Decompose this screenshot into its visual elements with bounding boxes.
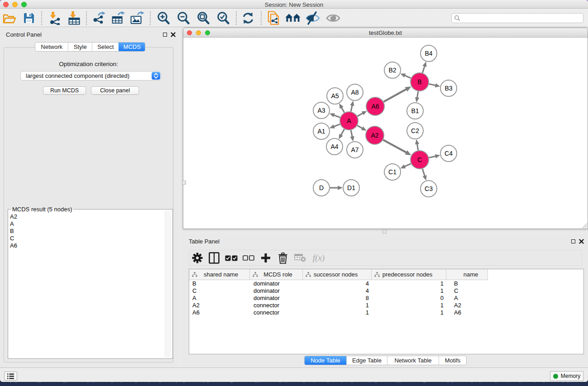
float-panel-icon[interactable] xyxy=(163,33,167,37)
graph-edge-B-B1[interactable] xyxy=(417,91,418,98)
graph-node-A6[interactable]: A6 xyxy=(366,97,384,115)
table-cell-shared-name[interactable]: A2 xyxy=(189,302,250,309)
table-cell-predecessor-nodes[interactable]: 1 xyxy=(372,309,446,316)
table-cell-successor-nodes[interactable]: 1 xyxy=(303,302,372,309)
clone-network-button[interactable] xyxy=(266,10,281,26)
table-cell-successor-nodes[interactable]: 1 xyxy=(303,309,372,316)
delete-table-button[interactable] xyxy=(292,250,308,266)
mcds-result-item[interactable]: A xyxy=(10,220,17,228)
split-panel-button[interactable] xyxy=(206,250,222,266)
apply-layout-button[interactable] xyxy=(240,10,256,26)
table-cell-name[interactable]: A xyxy=(446,295,488,302)
table-row[interactable]: A6connector11A6 xyxy=(189,309,583,316)
graph-node-C3[interactable]: C3 xyxy=(421,181,437,197)
table-cell-name[interactable]: B xyxy=(446,280,488,287)
tab-style[interactable]: Style xyxy=(68,43,92,51)
zoom-fit-button[interactable] xyxy=(196,10,211,26)
mcds-result-item[interactable]: B xyxy=(10,228,17,235)
graph-node-A5[interactable]: A5 xyxy=(327,88,343,104)
split-handle[interactable] xyxy=(182,181,186,185)
graph-node-B[interactable]: B xyxy=(411,73,429,91)
table-cell-name[interactable]: C xyxy=(446,287,488,295)
graph-edge-A-A3[interactable] xyxy=(334,115,340,117)
close-panel-icon[interactable] xyxy=(579,239,584,244)
table-cell-name[interactable]: A2 xyxy=(446,302,488,309)
table-cell-mcds-role[interactable]: dominator xyxy=(250,280,303,287)
graph-node-A[interactable]: A xyxy=(340,112,358,130)
graph-node-A3[interactable]: A3 xyxy=(313,102,330,119)
function-builder-button[interactable]: f(x) xyxy=(311,250,326,266)
table-cell-mcds-role[interactable]: dominator xyxy=(250,287,303,295)
table-cell-name[interactable]: A6 xyxy=(446,309,488,316)
table-cell-shared-name[interactable]: A xyxy=(189,295,250,302)
save-session-button[interactable] xyxy=(21,10,37,26)
table-cell-predecessor-nodes[interactable]: 0 xyxy=(372,295,446,302)
graph-node-C2[interactable]: C2 xyxy=(407,123,423,139)
graph-node-A7[interactable]: A7 xyxy=(347,142,363,158)
tab-node-table[interactable]: Node Table xyxy=(305,356,346,365)
graph-node-B1[interactable]: B1 xyxy=(407,103,423,119)
resize-grip-icon[interactable] xyxy=(582,223,587,228)
graph-node-C1[interactable]: C1 xyxy=(384,164,401,180)
graph-edge-B-B4[interactable] xyxy=(422,66,425,73)
import-network-button[interactable] xyxy=(47,10,62,26)
graph-node-D[interactable]: D xyxy=(313,180,330,196)
criterion-dropdown[interactable]: largest connected component (directed) xyxy=(20,71,161,81)
close-panel-button[interactable]: Close panel xyxy=(91,86,139,95)
search-field[interactable] xyxy=(451,13,583,23)
delete-column-button[interactable] xyxy=(275,250,291,266)
table-row[interactable]: Adominator80A xyxy=(189,295,583,302)
graph-edge-C-C1[interactable] xyxy=(404,164,411,167)
graph-edge-A-A7[interactable] xyxy=(351,130,352,137)
table-row[interactable]: Cdominator41C xyxy=(189,287,583,295)
graph-node-B2[interactable]: B2 xyxy=(384,62,401,78)
graph-node-B3[interactable]: B3 xyxy=(440,80,457,96)
table-cell-shared-name[interactable]: B xyxy=(189,280,250,287)
graph-edge-A-A4[interactable] xyxy=(341,129,344,135)
mcds-result-item[interactable]: A6 xyxy=(10,242,17,249)
graph-node-A4[interactable]: A4 xyxy=(326,138,343,155)
graph-edge-B-B3[interactable] xyxy=(429,84,436,85)
select-all-button[interactable] xyxy=(224,250,239,266)
graph-node-A8[interactable]: A8 xyxy=(347,84,363,100)
tab-motifs[interactable]: Motifs xyxy=(439,356,466,365)
column-header-successor-nodes[interactable]: successor nodes xyxy=(303,269,372,280)
search-input[interactable] xyxy=(460,14,583,22)
show-graphics-details-button[interactable] xyxy=(325,10,341,26)
table-cell-mcds-role[interactable]: connector xyxy=(250,309,303,316)
column-settings-button[interactable] xyxy=(190,250,205,266)
table-row[interactable]: Bdominator41B xyxy=(189,280,583,287)
add-column-button[interactable] xyxy=(258,250,273,266)
zoom-out-button[interactable] xyxy=(176,10,191,26)
table-cell-shared-name[interactable]: A6 xyxy=(189,309,250,316)
table-cell-successor-nodes[interactable]: 4 xyxy=(303,287,372,295)
graph-edge-C-C3[interactable] xyxy=(422,169,425,176)
table-cell-predecessor-nodes[interactable]: 1 xyxy=(372,287,446,295)
mcds-result-item[interactable]: A2 xyxy=(10,213,17,220)
column-header-name[interactable]: name xyxy=(446,269,488,280)
export-image-button[interactable] xyxy=(129,10,145,26)
table-row[interactable]: A2connector11A2 xyxy=(189,302,583,309)
zoom-selected-button[interactable] xyxy=(215,10,231,26)
graph-edge-A-A6[interactable] xyxy=(357,113,363,116)
graph-edge-A-A1[interactable] xyxy=(334,124,340,126)
graph-node-A1[interactable]: A1 xyxy=(313,123,330,139)
tab-network-table[interactable]: Network Table xyxy=(387,356,439,365)
graph-edge-A-A2[interactable] xyxy=(357,125,363,129)
network-canvas[interactable]: B4B2BB3A5A8A6B1A3AA1C2A2A4A7C4CC1C3DD1 xyxy=(183,38,588,229)
graph-node-C[interactable]: C xyxy=(411,151,429,169)
table-cell-predecessor-nodes[interactable]: 1 xyxy=(372,280,446,287)
table-cell-mcds-role[interactable]: dominator xyxy=(250,295,303,302)
deselect-all-button[interactable] xyxy=(241,250,256,266)
table-cell-successor-nodes[interactable]: 4 xyxy=(303,280,372,287)
export-table-button[interactable] xyxy=(110,10,126,26)
tab-mcds[interactable]: MCDS xyxy=(119,43,145,51)
task-history-button[interactable] xyxy=(4,372,17,381)
open-session-button[interactable] xyxy=(2,10,17,26)
column-header-mcds-role[interactable]: MCDS role xyxy=(250,269,303,280)
graph-node-B4[interactable]: B4 xyxy=(421,45,437,62)
zoom-in-button[interactable] xyxy=(156,10,171,26)
split-handle[interactable] xyxy=(382,230,387,234)
scrollbar-track[interactable] xyxy=(165,210,171,357)
tab-select[interactable]: Select xyxy=(92,43,119,51)
